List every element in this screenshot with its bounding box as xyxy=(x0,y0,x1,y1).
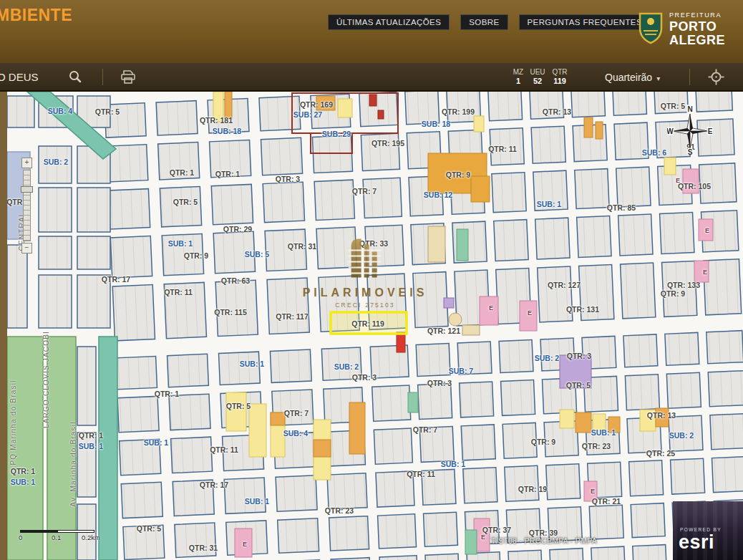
stat-value-mz: 1 xyxy=(510,77,527,85)
logo-city-line2: ALEGRE xyxy=(669,34,725,47)
logo-prefix: PREFEITURA xyxy=(669,12,725,19)
nav-perguntas-frequentes[interactable]: PERGUNTAS FREQUENTES xyxy=(519,14,651,30)
zoom-out-button[interactable]: − xyxy=(21,243,32,254)
compass-west: W xyxy=(667,127,674,135)
stat-value-ueu: 52 xyxy=(527,77,548,85)
layer-dropdown-label: Quarteirão xyxy=(605,72,652,83)
compass-east: E xyxy=(708,127,713,135)
zoom-in-button[interactable]: + xyxy=(21,158,32,168)
map-viewport[interactable]: SUB: 4QTR: 5QTR: 181SUB: 18QTR: 169SUB: … xyxy=(7,92,743,560)
selected-block-highlight xyxy=(331,312,407,334)
nav-sobre[interactable]: SOBRE xyxy=(460,14,508,30)
zoom-slider-track[interactable] xyxy=(23,170,31,241)
header-bar: MBIENTE ÚLTIMAS ATUALIZAÇÕES SOBRE PERGU… xyxy=(0,0,743,63)
scale-tick-end: 0.2km xyxy=(82,534,100,541)
zoom-slider-thumb[interactable] xyxy=(21,186,33,193)
esri-logo-block[interactable]: POWERED BY esri xyxy=(673,501,743,560)
map-attribution: T/ST08 - PROCEMPA - PMPA xyxy=(491,536,597,545)
prefeitura-logo: PREFEITURA PORTO ALEGRE xyxy=(638,11,725,47)
app-root: MBIENTE ÚLTIMAS ATUALIZAÇÕES SOBRE PERGU… xyxy=(0,0,743,560)
scale-tick-0: 0 xyxy=(19,534,22,541)
compass-south: S xyxy=(688,148,693,155)
nav-ultimas-atualizacoes[interactable]: ÚLTIMAS ATUALIZAÇÕES xyxy=(328,14,450,30)
chevron-down-icon: ▾ xyxy=(656,74,660,82)
stat-label-ueu: UEU xyxy=(527,68,548,76)
parks-layer xyxy=(7,337,117,560)
printer-icon[interactable] xyxy=(120,69,136,87)
map-toolbar: O DEUS MZ UEU QTR 1 52 119 Quarteirão▾ xyxy=(0,63,743,92)
mz-ueu-qtr-counters: MZ UEU QTR 1 52 119 xyxy=(510,68,571,85)
esri-logo: esri xyxy=(679,532,743,552)
crest-icon xyxy=(638,11,664,47)
site-title: MBIENTE xyxy=(0,6,72,25)
stat-label-mz: MZ xyxy=(510,68,527,76)
compass-north: N xyxy=(687,105,692,113)
compass-rose: N W E S xyxy=(667,105,713,155)
zoom-slider[interactable]: + − xyxy=(21,158,32,254)
toolbar-divider xyxy=(102,69,103,85)
stat-label-qtr: QTR xyxy=(548,68,571,76)
toolbar-divider xyxy=(689,69,690,85)
location-search-text: O DEUS xyxy=(0,71,39,83)
layer-dropdown[interactable]: Quarteirão▾ xyxy=(605,72,660,83)
map-canvas[interactable] xyxy=(7,92,743,560)
search-icon[interactable] xyxy=(69,70,82,86)
logo-city-line1: PORTO xyxy=(669,20,725,34)
scale-bar: 0 0.1 0.2km xyxy=(20,530,100,542)
crosshair-icon[interactable] xyxy=(707,68,725,89)
stat-value-qtr: 119 xyxy=(548,77,571,85)
main-nav: ÚLTIMAS ATUALIZAÇÕES SOBRE PERGUNTAS FRE… xyxy=(328,14,651,30)
scale-tick-mid: 0.1 xyxy=(52,534,61,541)
